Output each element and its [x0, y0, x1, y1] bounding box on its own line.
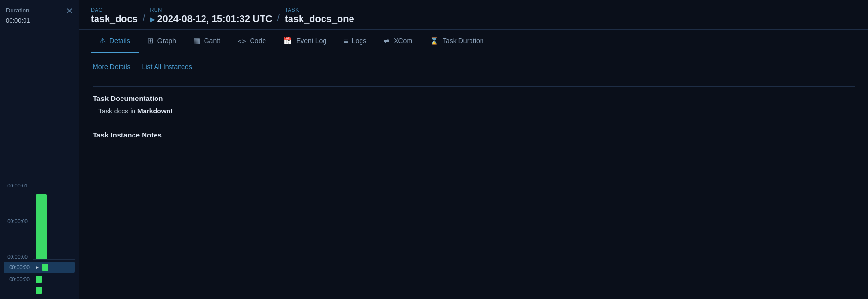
code-icon: <> — [238, 37, 246, 45]
task-documentation-text-plain: Task docs in — [98, 107, 137, 115]
xcom-icon: ⇌ — [384, 37, 390, 45]
time-label-2: 00:00:00 — [4, 218, 31, 224]
task-duration-icon: ⌛ — [430, 37, 439, 45]
tab-graph[interactable]: ⊞ Graph — [139, 30, 185, 53]
tab-bar: ⚠ Details ⊞ Graph ▦ Gantt <> Code 📅 Even… — [79, 30, 868, 53]
tab-code[interactable]: <> Code — [229, 30, 275, 53]
task-label: Task — [285, 7, 354, 12]
dag-section: DAG task_docs — [91, 7, 138, 25]
tab-graph-label: Graph — [157, 37, 176, 45]
header: DAG task_docs / Run ▶ 2024-08-12, 15:01:… — [79, 0, 868, 30]
task-documentation-section: Task Documentation Task docs in Markdown… — [93, 94, 855, 115]
dag-value[interactable]: task_docs — [91, 13, 138, 25]
tab-gantt[interactable]: ▦ Gantt — [185, 30, 229, 53]
task-status-indicator-3 — [36, 287, 42, 294]
run-datetime[interactable]: 2024-08-12, 15:01:32 UTC — [157, 13, 272, 25]
run-label: Run — [150, 7, 272, 12]
event-log-icon: 📅 — [283, 37, 292, 45]
task-status-indicator — [42, 264, 48, 271]
tab-xcom-label: XCom — [394, 37, 412, 45]
tab-gantt-label: Gantt — [204, 37, 220, 45]
divider-1 — [93, 86, 855, 87]
sidebar-duration-top: 00:00:01 — [0, 17, 79, 28]
task-documentation-title: Task Documentation — [93, 94, 855, 102]
run-section: Run ▶ 2024-08-12, 15:01:32 UTC — [150, 7, 272, 25]
separator-1: / — [138, 12, 150, 25]
tab-event-log-label: Event Log — [296, 37, 326, 45]
time-label-3: 00:00:00 — [4, 254, 31, 260]
run-play-icon: ▶ — [150, 15, 155, 23]
tab-details[interactable]: ⚠ Details — [91, 30, 139, 53]
graph-icon: ⊞ — [147, 37, 154, 45]
run-value: ▶ 2024-08-12, 15:01:32 UTC — [150, 13, 272, 25]
content-area: More Details List All Instances Task Doc… — [79, 53, 868, 299]
sidebar: ✕ Duration 00:00:01 00:00:01 00:00:00 00… — [0, 0, 79, 299]
logs-icon: ≡ — [344, 37, 348, 45]
dag-label: DAG — [91, 7, 138, 12]
sub-tab-more-details[interactable]: More Details — [93, 63, 131, 73]
tab-logs[interactable]: ≡ Logs — [335, 30, 375, 53]
separator-2: / — [273, 12, 285, 25]
sidebar-bottom-time-2: 00:00:00 — [8, 276, 33, 282]
tab-details-label: Details — [109, 37, 130, 45]
task-status-indicator-2 — [36, 276, 42, 283]
play-icon: ▶ — [36, 265, 39, 270]
task-instance-notes-section: Task Instance Notes — [93, 131, 855, 139]
collapse-button[interactable]: ✕ — [66, 6, 73, 16]
tab-task-duration-label: Task Duration — [443, 37, 484, 45]
divider-2 — [93, 123, 855, 123]
time-label-1: 00:00:01 — [4, 183, 31, 188]
gantt-icon: ▦ — [193, 37, 200, 45]
sub-tab-list-all-instances[interactable]: List All Instances — [142, 63, 192, 73]
task-value[interactable]: task_docs_one — [285, 13, 354, 25]
tab-logs-label: Logs — [352, 37, 366, 45]
task-documentation-text-bold: Markdown! — [137, 107, 173, 115]
tab-task-duration[interactable]: ⌛ Task Duration — [421, 30, 493, 53]
tab-event-log[interactable]: 📅 Event Log — [275, 30, 335, 53]
tab-code-label: Code — [250, 37, 266, 45]
tab-xcom[interactable]: ⇌ XCom — [375, 30, 421, 53]
task-documentation-content: Task docs in Markdown! — [93, 107, 855, 115]
chart-bar — [36, 194, 47, 259]
main-content: DAG task_docs / Run ▶ 2024-08-12, 15:01:… — [79, 0, 868, 299]
details-icon: ⚠ — [99, 37, 106, 45]
task-instance-notes-title: Task Instance Notes — [93, 131, 855, 139]
sidebar-bottom-time-1: 00:00:00 — [8, 264, 33, 270]
task-section: Task task_docs_one — [285, 7, 354, 25]
breadcrumb: DAG task_docs / Run ▶ 2024-08-12, 15:01:… — [91, 7, 856, 25]
sub-tab-bar: More Details List All Instances — [93, 63, 855, 73]
